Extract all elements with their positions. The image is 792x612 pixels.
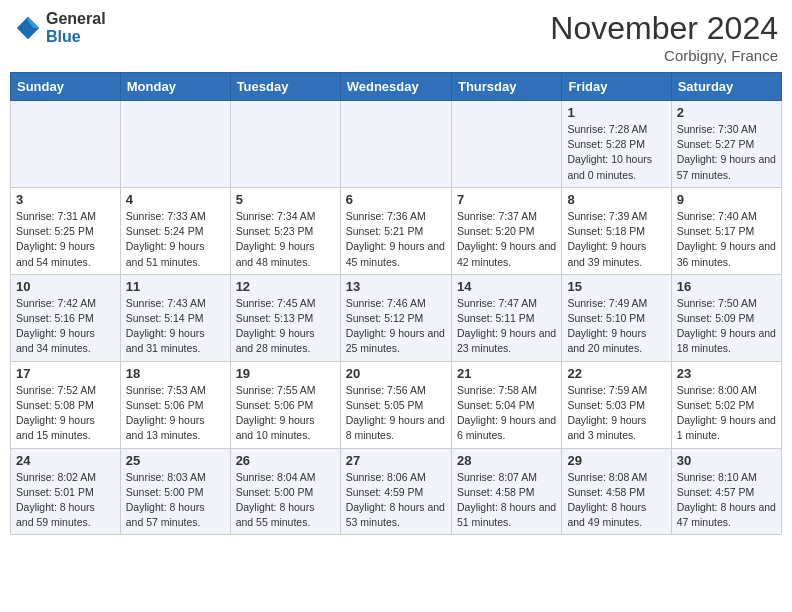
day-number: 8	[567, 192, 665, 207]
day-number: 16	[677, 279, 776, 294]
calendar-cell: 17Sunrise: 7:52 AM Sunset: 5:08 PM Dayli…	[11, 361, 121, 448]
calendar-cell: 23Sunrise: 8:00 AM Sunset: 5:02 PM Dayli…	[671, 361, 781, 448]
day-info: Sunrise: 7:40 AM Sunset: 5:17 PM Dayligh…	[677, 209, 776, 270]
day-number: 22	[567, 366, 665, 381]
day-info: Sunrise: 7:47 AM Sunset: 5:11 PM Dayligh…	[457, 296, 556, 357]
day-number: 13	[346, 279, 446, 294]
calendar-table: SundayMondayTuesdayWednesdayThursdayFrid…	[10, 72, 782, 535]
day-number: 4	[126, 192, 225, 207]
day-info: Sunrise: 8:00 AM Sunset: 5:02 PM Dayligh…	[677, 383, 776, 444]
day-info: Sunrise: 7:39 AM Sunset: 5:18 PM Dayligh…	[567, 209, 665, 270]
day-info: Sunrise: 7:37 AM Sunset: 5:20 PM Dayligh…	[457, 209, 556, 270]
day-info: Sunrise: 8:07 AM Sunset: 4:58 PM Dayligh…	[457, 470, 556, 531]
day-number: 10	[16, 279, 115, 294]
day-info: Sunrise: 7:45 AM Sunset: 5:13 PM Dayligh…	[236, 296, 335, 357]
day-info: Sunrise: 7:28 AM Sunset: 5:28 PM Dayligh…	[567, 122, 665, 183]
day-number: 19	[236, 366, 335, 381]
day-number: 2	[677, 105, 776, 120]
calendar-week-row: 24Sunrise: 8:02 AM Sunset: 5:01 PM Dayli…	[11, 448, 782, 535]
day-number: 26	[236, 453, 335, 468]
calendar-header-wednesday: Wednesday	[340, 73, 451, 101]
location-subtitle: Corbigny, France	[550, 47, 778, 64]
day-info: Sunrise: 8:04 AM Sunset: 5:00 PM Dayligh…	[236, 470, 335, 531]
day-number: 29	[567, 453, 665, 468]
day-info: Sunrise: 7:31 AM Sunset: 5:25 PM Dayligh…	[16, 209, 115, 270]
calendar-cell: 9Sunrise: 7:40 AM Sunset: 5:17 PM Daylig…	[671, 187, 781, 274]
calendar-cell: 7Sunrise: 7:37 AM Sunset: 5:20 PM Daylig…	[451, 187, 561, 274]
calendar-cell: 15Sunrise: 7:49 AM Sunset: 5:10 PM Dayli…	[562, 274, 671, 361]
day-info: Sunrise: 7:49 AM Sunset: 5:10 PM Dayligh…	[567, 296, 665, 357]
calendar-header-monday: Monday	[120, 73, 230, 101]
calendar-cell: 24Sunrise: 8:02 AM Sunset: 5:01 PM Dayli…	[11, 448, 121, 535]
day-number: 21	[457, 366, 556, 381]
calendar-cell: 18Sunrise: 7:53 AM Sunset: 5:06 PM Dayli…	[120, 361, 230, 448]
day-info: Sunrise: 7:30 AM Sunset: 5:27 PM Dayligh…	[677, 122, 776, 183]
calendar-cell: 1Sunrise: 7:28 AM Sunset: 5:28 PM Daylig…	[562, 101, 671, 188]
calendar-header-saturday: Saturday	[671, 73, 781, 101]
day-info: Sunrise: 7:53 AM Sunset: 5:06 PM Dayligh…	[126, 383, 225, 444]
day-info: Sunrise: 8:06 AM Sunset: 4:59 PM Dayligh…	[346, 470, 446, 531]
day-info: Sunrise: 7:56 AM Sunset: 5:05 PM Dayligh…	[346, 383, 446, 444]
day-number: 28	[457, 453, 556, 468]
day-info: Sunrise: 7:52 AM Sunset: 5:08 PM Dayligh…	[16, 383, 115, 444]
day-number: 27	[346, 453, 446, 468]
calendar-cell: 8Sunrise: 7:39 AM Sunset: 5:18 PM Daylig…	[562, 187, 671, 274]
calendar-cell: 4Sunrise: 7:33 AM Sunset: 5:24 PM Daylig…	[120, 187, 230, 274]
calendar-cell: 2Sunrise: 7:30 AM Sunset: 5:27 PM Daylig…	[671, 101, 781, 188]
calendar-header-sunday: Sunday	[11, 73, 121, 101]
calendar-cell: 12Sunrise: 7:45 AM Sunset: 5:13 PM Dayli…	[230, 274, 340, 361]
calendar-cell	[120, 101, 230, 188]
calendar-cell: 26Sunrise: 8:04 AM Sunset: 5:00 PM Dayli…	[230, 448, 340, 535]
calendar-cell	[340, 101, 451, 188]
day-number: 17	[16, 366, 115, 381]
day-number: 30	[677, 453, 776, 468]
logo-general-text: General	[46, 10, 106, 28]
day-number: 25	[126, 453, 225, 468]
day-info: Sunrise: 7:34 AM Sunset: 5:23 PM Dayligh…	[236, 209, 335, 270]
day-number: 1	[567, 105, 665, 120]
day-number: 15	[567, 279, 665, 294]
calendar-cell	[451, 101, 561, 188]
calendar-week-row: 10Sunrise: 7:42 AM Sunset: 5:16 PM Dayli…	[11, 274, 782, 361]
logo-icon	[14, 14, 42, 42]
title-block: November 2024 Corbigny, France	[550, 10, 778, 64]
day-info: Sunrise: 7:50 AM Sunset: 5:09 PM Dayligh…	[677, 296, 776, 357]
day-info: Sunrise: 7:46 AM Sunset: 5:12 PM Dayligh…	[346, 296, 446, 357]
calendar-cell: 14Sunrise: 7:47 AM Sunset: 5:11 PM Dayli…	[451, 274, 561, 361]
calendar-cell	[11, 101, 121, 188]
day-number: 3	[16, 192, 115, 207]
calendar-cell: 27Sunrise: 8:06 AM Sunset: 4:59 PM Dayli…	[340, 448, 451, 535]
calendar-cell: 19Sunrise: 7:55 AM Sunset: 5:06 PM Dayli…	[230, 361, 340, 448]
calendar-header-tuesday: Tuesday	[230, 73, 340, 101]
calendar-cell: 10Sunrise: 7:42 AM Sunset: 5:16 PM Dayli…	[11, 274, 121, 361]
day-info: Sunrise: 7:59 AM Sunset: 5:03 PM Dayligh…	[567, 383, 665, 444]
day-info: Sunrise: 7:33 AM Sunset: 5:24 PM Dayligh…	[126, 209, 225, 270]
day-info: Sunrise: 7:58 AM Sunset: 5:04 PM Dayligh…	[457, 383, 556, 444]
day-info: Sunrise: 7:42 AM Sunset: 5:16 PM Dayligh…	[16, 296, 115, 357]
day-info: Sunrise: 8:08 AM Sunset: 4:58 PM Dayligh…	[567, 470, 665, 531]
day-number: 20	[346, 366, 446, 381]
calendar-week-row: 17Sunrise: 7:52 AM Sunset: 5:08 PM Dayli…	[11, 361, 782, 448]
calendar-cell: 20Sunrise: 7:56 AM Sunset: 5:05 PM Dayli…	[340, 361, 451, 448]
calendar-cell: 16Sunrise: 7:50 AM Sunset: 5:09 PM Dayli…	[671, 274, 781, 361]
calendar-cell: 22Sunrise: 7:59 AM Sunset: 5:03 PM Dayli…	[562, 361, 671, 448]
day-number: 23	[677, 366, 776, 381]
day-info: Sunrise: 8:03 AM Sunset: 5:00 PM Dayligh…	[126, 470, 225, 531]
calendar-cell: 28Sunrise: 8:07 AM Sunset: 4:58 PM Dayli…	[451, 448, 561, 535]
day-info: Sunrise: 8:10 AM Sunset: 4:57 PM Dayligh…	[677, 470, 776, 531]
calendar-cell: 30Sunrise: 8:10 AM Sunset: 4:57 PM Dayli…	[671, 448, 781, 535]
day-info: Sunrise: 7:36 AM Sunset: 5:21 PM Dayligh…	[346, 209, 446, 270]
logo: General Blue	[14, 10, 106, 45]
day-number: 9	[677, 192, 776, 207]
calendar-cell: 6Sunrise: 7:36 AM Sunset: 5:21 PM Daylig…	[340, 187, 451, 274]
calendar-cell	[230, 101, 340, 188]
day-number: 12	[236, 279, 335, 294]
month-title: November 2024	[550, 10, 778, 47]
calendar-cell: 21Sunrise: 7:58 AM Sunset: 5:04 PM Dayli…	[451, 361, 561, 448]
calendar-cell: 29Sunrise: 8:08 AM Sunset: 4:58 PM Dayli…	[562, 448, 671, 535]
day-number: 11	[126, 279, 225, 294]
calendar-header-friday: Friday	[562, 73, 671, 101]
day-info: Sunrise: 7:43 AM Sunset: 5:14 PM Dayligh…	[126, 296, 225, 357]
calendar-week-row: 1Sunrise: 7:28 AM Sunset: 5:28 PM Daylig…	[11, 101, 782, 188]
page-header: General Blue November 2024 Corbigny, Fra…	[10, 10, 782, 64]
